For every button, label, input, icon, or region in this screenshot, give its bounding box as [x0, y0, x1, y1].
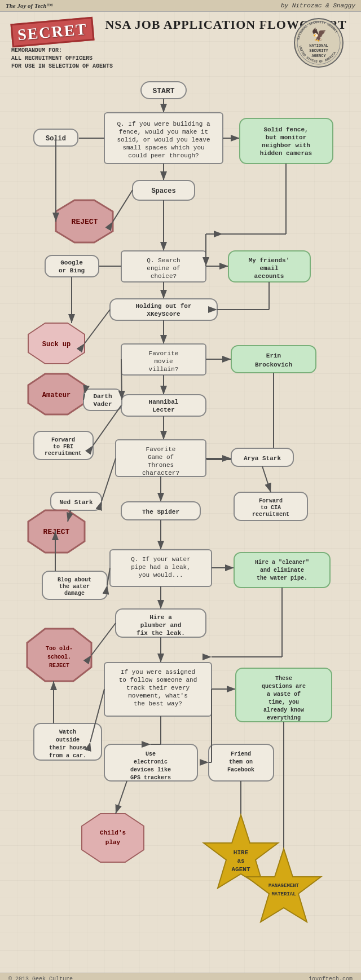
svg-text:choice?: choice? — [151, 273, 177, 280]
website: joyoftech.com — [309, 976, 353, 980]
svg-text:school.: school. — [47, 654, 71, 660]
svg-text:If you were assigned: If you were assigned — [121, 669, 195, 676]
svg-text:GPS trackers: GPS trackers — [130, 775, 171, 781]
svg-text:Forward: Forward — [259, 498, 283, 504]
svg-text:email: email — [259, 265, 278, 272]
svg-text:their house: their house — [49, 745, 86, 751]
svg-text:from a car.: from a car. — [49, 753, 86, 759]
svg-line-98 — [102, 458, 116, 501]
svg-text:Use: Use — [146, 751, 156, 757]
svg-text:Friend: Friend — [231, 751, 251, 757]
svg-text:REJECT: REJECT — [49, 663, 69, 669]
svg-rect-69 — [231, 346, 316, 373]
svg-text:Q. Search: Q. Search — [147, 257, 180, 264]
nsa-seal-svg: 🦅 NATIONAL SECURITY AGENCY NATIONAL SECU… — [293, 17, 344, 68]
svg-text:accounts: accounts — [254, 273, 284, 280]
svg-text:engine of: engine of — [147, 265, 180, 272]
svg-text:solid, or would you leave: solid, or would you leave — [117, 136, 210, 143]
footer-bar: © 2013 Geek Culture joyoftech.com — [0, 973, 361, 980]
svg-text:Facebook: Facebook — [227, 767, 254, 773]
svg-text:movie: movie — [154, 358, 173, 365]
svg-text:could peer through?: could peer through? — [128, 152, 199, 159]
svg-text:Erin: Erin — [266, 352, 281, 359]
svg-text:Watch: Watch — [59, 729, 76, 735]
svg-text:XKeyScore: XKeyScore — [147, 311, 180, 317]
svg-text:fence, would you make it: fence, would you make it — [119, 129, 208, 135]
svg-text:neighbor with: neighbor with — [262, 142, 310, 149]
svg-text:🦅: 🦅 — [311, 27, 327, 43]
nsa-seal: 🦅 NATIONAL SECURITY AGENCY NATIONAL SECU… — [293, 17, 344, 68]
svg-text:Q. If your water: Q. If your water — [131, 556, 191, 563]
svg-text:but monitor: but monitor — [266, 134, 307, 141]
svg-text:These: These — [275, 676, 292, 682]
svg-text:you would...: you would... — [138, 572, 183, 579]
svg-text:time, you: time, you — [268, 699, 299, 705]
svg-line-61 — [85, 310, 110, 343]
svg-text:small spaces which you: small spaces which you — [122, 144, 204, 151]
svg-text:Brockovich: Brockovich — [255, 361, 292, 368]
site-name: The Joy of Tech™ — [6, 2, 53, 9]
svg-text:fix the leak.: fix the leak. — [137, 630, 185, 637]
svg-text:Forward: Forward — [51, 437, 75, 443]
svg-text:to follow someone and: to follow someone and — [119, 677, 197, 683]
svg-text:Hire a "cleaner": Hire a "cleaner" — [255, 559, 309, 566]
svg-text:as: as — [237, 858, 244, 864]
svg-text:REJECT: REJECT — [72, 218, 98, 226]
svg-line-112 — [262, 466, 271, 492]
svg-text:MATERIAL: MATERIAL — [271, 891, 296, 897]
svg-text:track their every: track their every — [126, 685, 190, 691]
header-bar: The Joy of Tech™ by Nitrozac & Snaggy — [0, 0, 361, 12]
svg-text:Holding out for: Holding out for — [135, 303, 191, 310]
svg-text:recruitment: recruitment — [45, 451, 82, 457]
flowchart-container: START Q. If you were building a fence, w… — [17, 76, 344, 956]
svg-text:START: START — [152, 87, 174, 95]
svg-text:Child's: Child's — [100, 829, 126, 836]
svg-text:movement, what's: movement, what's — [128, 692, 188, 699]
svg-text:Thrones: Thrones — [148, 462, 174, 469]
svg-text:Lecter: Lecter — [152, 407, 175, 413]
svg-text:the best way?: the best way? — [134, 700, 182, 707]
svg-text:MANAGEMENT: MANAGEMENT — [268, 883, 300, 889]
svg-line-81 — [121, 359, 122, 400]
svg-text:plumber and: plumber and — [140, 622, 182, 629]
svg-text:everything: everything — [267, 715, 301, 721]
svg-text:damage: damage — [64, 590, 85, 597]
svg-text:Too old-: Too old- — [46, 646, 73, 652]
svg-text:recruitment: recruitment — [252, 511, 289, 518]
svg-text:Blog about: Blog about — [58, 577, 91, 583]
svg-text:questions are: questions are — [262, 683, 306, 690]
svg-text:Hannibal: Hannibal — [149, 399, 179, 405]
svg-text:devices like: devices like — [130, 767, 171, 773]
svg-text:them on: them on — [229, 759, 253, 765]
svg-text:pipe had a leak,: pipe had a leak, — [131, 564, 191, 571]
svg-text:and eliminate: and eliminate — [260, 567, 304, 573]
svg-line-179 — [116, 781, 127, 814]
author: by Nitrozac & Snaggy — [281, 2, 355, 9]
svg-rect-26 — [240, 118, 333, 164]
svg-text:Vader: Vader — [93, 401, 112, 408]
svg-text:REJECT: REJECT — [43, 528, 70, 536]
secret-stamp: SECRET — [10, 17, 94, 48]
page-wrapper: The Joy of Tech™ by Nitrozac & Snaggy SE… — [0, 0, 361, 980]
svg-text:the water: the water — [59, 584, 90, 590]
svg-text:outside: outside — [56, 737, 80, 743]
svg-text:AGENCY: AGENCY — [311, 54, 326, 58]
svg-text:The Spider: The Spider — [142, 509, 179, 515]
svg-text:Amateur: Amateur — [42, 391, 71, 399]
svg-line-139 — [91, 623, 116, 655]
main-content: SECRET NSA JOB APPLICATION FLOWCHART 🦅 N… — [0, 12, 361, 967]
svg-text:Game of: Game of — [148, 454, 174, 461]
svg-text:Darth: Darth — [93, 393, 112, 400]
svg-text:AGENT: AGENT — [231, 866, 250, 873]
title-section: SECRET NSA JOB APPLICATION FLOWCHART 🦅 N… — [11, 17, 350, 44]
svg-text:Hire a: Hire a — [149, 614, 172, 621]
svg-text:hidden cameras: hidden cameras — [260, 150, 312, 157]
svg-text:SECURITY: SECURITY — [309, 48, 328, 53]
svg-text:already know: already know — [263, 707, 304, 713]
svg-line-35 — [113, 190, 133, 222]
svg-text:character?: character? — [142, 470, 179, 476]
svg-text:Solid fence,: Solid fence, — [263, 126, 308, 133]
svg-line-87 — [93, 405, 121, 445]
svg-text:NATIONAL: NATIONAL — [309, 43, 328, 48]
svg-text:the water pipe.: the water pipe. — [257, 575, 307, 581]
